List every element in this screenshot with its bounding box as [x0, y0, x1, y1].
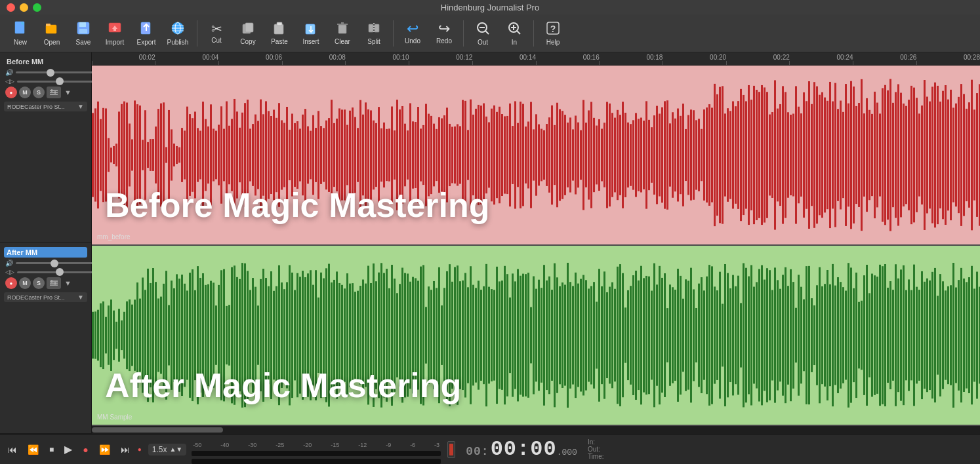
- after-mm-panel: After MM 🔊 ◁▷ ● M S ▼ RODECaster Pro S: [0, 243, 91, 434]
- redo-button[interactable]: ↪ Redo: [429, 16, 459, 50]
- mute-button-before[interactable]: M: [19, 87, 31, 98]
- mixer-button-before[interactable]: [47, 87, 61, 98]
- toolbar: New Open Save Import: [0, 14, 980, 52]
- save-icon: [76, 21, 91, 37]
- volume-slider-after[interactable]: [16, 262, 100, 264]
- device-arrow-after: ▼: [77, 294, 84, 301]
- svg-rect-9: [113, 29, 116, 31]
- record-button-before[interactable]: ●: [5, 87, 17, 98]
- svg-rect-22: [338, 25, 346, 33]
- h-scrollbar[interactable]: [92, 426, 980, 434]
- svg-rect-26: [375, 24, 379, 32]
- track-device-before[interactable]: RODECaster Pro St... ▼: [4, 102, 87, 111]
- play-button[interactable]: ▶: [62, 440, 75, 458]
- ruler-tick-8: [599, 61, 600, 65]
- save-button[interactable]: Save: [68, 16, 98, 50]
- svg-rect-18: [245, 23, 253, 32]
- new-button[interactable]: New: [5, 16, 35, 50]
- ruler-tick-13: [916, 61, 917, 65]
- transport-bar: ⏮ ⏪ ■ ▶ ● ⏩ ⏭ ● 1.5x ▲▼ -50 -40 -30 -25 …: [0, 434, 980, 464]
- zoom-out-button[interactable]: Out: [468, 16, 498, 50]
- svg-rect-41: [54, 91, 56, 94]
- zoom-in-label: In: [512, 39, 517, 46]
- vu-label-12: -12: [358, 442, 367, 448]
- volume-slider-before[interactable]: [16, 71, 100, 73]
- vu-label-50: -50: [193, 442, 201, 448]
- publish-icon: [171, 21, 185, 37]
- solo-button-after[interactable]: S: [33, 277, 45, 289]
- vu-label-25: -25: [276, 442, 284, 448]
- divider-4: [533, 20, 534, 47]
- before-track-lane[interactable]: Before Magic Mastering mm_before: [92, 66, 980, 246]
- skip-to-start-button[interactable]: ⏮: [5, 442, 20, 457]
- time-main: 00:: [466, 445, 489, 458]
- skip-to-end-button[interactable]: ⏭: [118, 442, 133, 457]
- paste-button[interactable]: Paste: [264, 16, 295, 50]
- speed-control[interactable]: 1.5x ▲▼: [148, 444, 186, 455]
- svg-rect-5: [79, 22, 86, 27]
- ruler[interactable]: 00:00 00:02 00:04 00:06 00:08 00:10 00:1…: [92, 52, 980, 66]
- vu-label-40: -40: [220, 442, 229, 448]
- ruler-marks: 00:00 00:02 00:04 00:06 00:08 00:10 00:1…: [92, 52, 980, 65]
- stop-button[interactable]: ■: [47, 442, 56, 457]
- after-clip-label: MM Sample: [97, 414, 132, 421]
- redo-label: Redo: [436, 37, 452, 45]
- open-label: Open: [44, 39, 60, 46]
- svg-text:?: ?: [550, 24, 556, 34]
- undo-button[interactable]: ↩ Undo: [398, 16, 428, 50]
- mute-button-after[interactable]: M: [19, 277, 31, 289]
- vu-bar-bottom: [192, 459, 441, 464]
- ruler-label-9: 00:18: [646, 54, 663, 61]
- record-button[interactable]: ●: [80, 442, 91, 457]
- help-button[interactable]: ? Help: [538, 16, 568, 50]
- vu-label-20: -20: [303, 442, 312, 448]
- expand-button-before[interactable]: ▼: [64, 88, 71, 96]
- clear-label: Clear: [335, 38, 350, 45]
- pan-slider-after[interactable]: [17, 271, 102, 273]
- vu-label-15: -15: [331, 442, 339, 448]
- record-button-after[interactable]: ●: [5, 277, 17, 289]
- open-icon: [45, 21, 59, 37]
- time-ms: .000: [557, 448, 577, 457]
- after-track-lane[interactable]: After Magic Mastering MM Sample: [92, 246, 980, 426]
- out-label: Out:: [588, 446, 604, 453]
- pan-slider-before[interactable]: [17, 81, 102, 83]
- minimize-button[interactable]: [20, 3, 28, 12]
- ruler-label-12: 00:24: [837, 54, 853, 61]
- h-scrollbar-thumb[interactable]: [92, 427, 223, 433]
- fast-forward-button[interactable]: ⏩: [96, 442, 113, 457]
- open-button[interactable]: Open: [37, 16, 67, 50]
- copy-button[interactable]: Copy: [233, 16, 263, 50]
- zoom-in-button[interactable]: In: [499, 16, 529, 50]
- new-icon: [13, 21, 28, 37]
- rewind-button[interactable]: ⏪: [25, 442, 41, 457]
- insert-button[interactable]: Insert: [296, 16, 326, 50]
- svg-rect-46: [54, 282, 56, 284]
- close-button[interactable]: [7, 3, 15, 12]
- clear-button[interactable]: Clear: [327, 16, 357, 50]
- undo-icon: ↩: [407, 22, 419, 36]
- svg-rect-40: [51, 89, 52, 92]
- volume-icon-before: 🔊: [5, 69, 13, 76]
- ruler-tick-9: [663, 61, 663, 65]
- import-button[interactable]: Import: [100, 16, 130, 50]
- insert-label: Insert: [302, 38, 319, 45]
- track-device-after[interactable]: RODECaster Pro St... ▼: [4, 292, 87, 302]
- clip-indicator-bar: [449, 444, 453, 455]
- export-button[interactable]: Export: [131, 16, 161, 50]
- export-label: Export: [137, 39, 156, 46]
- ruler-label-10: 00:20: [710, 54, 726, 61]
- ruler-tick-4: [345, 61, 346, 65]
- new-label: New: [14, 39, 27, 46]
- divider-1: [197, 20, 197, 47]
- solo-button-before[interactable]: S: [33, 87, 45, 98]
- cut-button[interactable]: ✂ Cut: [201, 16, 232, 50]
- mixer-button-after[interactable]: [47, 277, 61, 289]
- help-icon: ?: [546, 21, 560, 37]
- pan-icon-after: ◁▷: [5, 269, 14, 275]
- vu-label-3: -3: [434, 442, 439, 448]
- split-button[interactable]: Split: [359, 16, 389, 50]
- maximize-button[interactable]: [33, 3, 41, 12]
- expand-button-after[interactable]: ▼: [64, 279, 71, 287]
- publish-button[interactable]: Publish: [163, 16, 193, 50]
